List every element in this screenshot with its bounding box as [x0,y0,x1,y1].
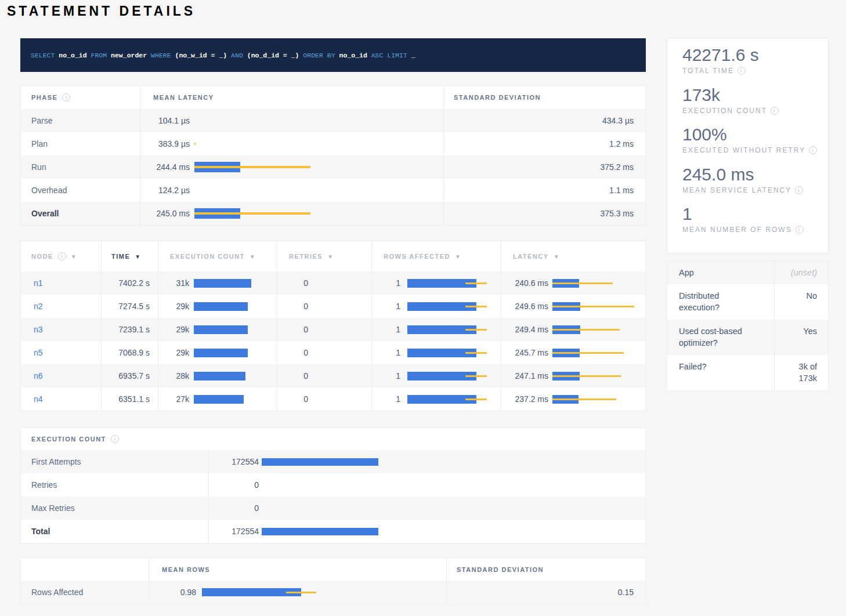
exec-value-cell: 172554 [208,450,645,473]
exec-label-cell: First Attempts [21,450,208,473]
exec-bar-canvas [262,450,645,473]
node-header-cell-retries[interactable]: RETRIES▼ [277,241,371,271]
node-time-value: 6935.7 s [118,371,150,381]
node-latency-bar-canvas [552,271,645,295]
exec-bar-canvas [262,473,645,497]
node-time-value: 7068.9 s [118,348,150,357]
summary-stat-label-text: MEAN NUMBER OF ROWS [682,224,792,235]
exec-row: Total172554 [21,520,645,543]
attribute-label-cell: App [667,261,774,284]
exec-row: Retries0 [21,473,645,497]
mean-latency-value: 104.1 µs [140,116,190,125]
node-link[interactable]: n3 [34,325,43,334]
phase-info-icon[interactable]: i [62,93,70,102]
node-rows-affected-value: 1 [372,371,400,381]
page-title: STATEMENT DETAILS [7,3,196,19]
phase-name: Plan [31,139,48,148]
summary-stat-label: TOTAL TIMEi [682,66,828,76]
mean-latency-cell: 124.2 µs [140,179,443,202]
node-exec-count-cell: 29k [158,295,277,318]
phase-name-cell: Plan [21,132,140,155]
std-deviation-value: 434.3 µs [602,116,634,125]
summary-info-icon[interactable]: i [795,186,803,194]
node-latency-bar-canvas [552,364,645,387]
node-header-label: TIME [111,253,130,260]
summary-info-icon[interactable]: i [771,107,779,115]
phase-name-cell: Parse [21,109,140,132]
node-header-cell-latency[interactable]: LATENCY▼ [501,241,645,271]
phase-row: Run244.4 ms375.2 ms [21,155,645,179]
node-time-cell: 7068.9 s [101,341,158,364]
attribute-label: Distributed execution? [679,290,755,313]
attribute-label: Used cost-based optimizer? [679,325,755,349]
summary-stats-card: 42271.6 sTOTAL TIMEi173kEXECUTION COUNTi… [667,38,829,254]
std-deviation-cell: 375.3 ms [443,202,645,225]
phase-name: Overhead [31,186,67,195]
stddev-whisker [465,398,486,400]
node-latency-cell: 249.6 ms [501,295,645,318]
mean-latency-cell: 383.9 µs [140,132,443,155]
node-link[interactable]: n2 [34,302,43,311]
node-exec-count-cell: 29k [158,318,277,341]
node-link[interactable]: n1 [34,278,43,288]
attribute-label-cell: Used cost-based optimizer? [667,320,774,355]
node-link[interactable]: n4 [34,394,43,404]
node-exec-count-bar-canvas [194,387,277,411]
node-retries-value: 0 [277,325,308,334]
exec-row: Max Retries0 [21,497,645,520]
summary-stat: 245.0 msMEAN SERVICE LATENCYi [682,164,828,204]
node-latency-value: 249.6 ms [501,302,548,311]
node-time-cell: 7402.2 s [101,271,158,295]
sql-token-keyword: FROM [87,52,107,59]
node-retries-value: 0 [277,302,308,311]
rows-affected-row: Rows Affected0.980.15 [21,581,645,604]
node-rows-affected-cell: 1 [371,318,501,341]
attribute-value: No [784,290,817,302]
rows-affected-label-cell: Rows Affected [21,581,149,604]
attribute-value-cell: 3k of 173k [774,355,828,390]
mean-rows-cell: 0.98 [149,581,446,604]
node-table-header: NODEi▼TIME▼EXECUTION COUNT▼RETRIES▼ROWS … [21,241,645,271]
summary-info-icon[interactable]: i [809,146,817,154]
node-latency-cell: 249.4 ms [501,318,645,341]
node-exec-count-value: 29k [158,302,189,311]
rows-std-deviation-header-label: STANDARD DEVIATION [457,566,544,573]
node-exec-count-value: 29k [158,348,189,357]
node-link[interactable]: n6 [34,371,43,381]
attribute-row: Used cost-based optimizer?Yes [667,320,828,355]
sql-token-ident: no_o_id [55,52,86,59]
mean-latency-header-label: MEAN LATENCY [153,94,214,101]
node-header-cell-rows-affected[interactable]: ROWS AFFECTED▼ [371,241,501,271]
node-header-cell-time[interactable]: TIME▼ [101,241,158,271]
node-id-cell: n5 [21,341,101,364]
stddev-whisker [552,306,634,307]
node-rows-affected-cell: 1 [371,271,501,295]
std-deviation-value: 1.2 ms [609,139,634,148]
std-deviation-header-cell: STANDARD DEVIATION [443,86,645,109]
node-rows-affected-cell: 1 [371,387,501,411]
attribute-value-cell: (unset) [774,261,828,284]
exec-value: 0 [209,503,259,513]
attribute-label-cell: Distributed execution? [667,284,774,320]
node-header-cell-node[interactable]: NODEi▼ [21,241,101,271]
node-header-cell-execution-count[interactable]: EXECUTION COUNT▼ [158,241,277,271]
mean-bar [194,395,244,404]
exec-info-icon[interactable]: i [111,435,119,443]
node-retries-value: 0 [277,348,308,357]
summary-info-icon[interactable]: i [796,226,804,234]
std-deviation-cell: 434.3 µs [443,109,645,132]
exec-value-cell: 0 [208,473,645,497]
node-exec-count-value: 27k [158,394,189,404]
stddev-whisker [465,375,486,377]
summary-info-icon[interactable]: i [737,67,746,75]
node-info-icon[interactable]: i [58,252,66,260]
node-latency-value: 247.1 ms [501,371,548,381]
rows-std-deviation-value: 0.15 [618,588,634,597]
node-time-value: 7274.5 s [118,302,150,311]
sort-arrow-icon: ▼ [71,253,77,260]
node-rows-affected-value: 1 [372,278,400,288]
node-retries-cell: 0 [277,387,371,411]
node-retries-cell: 0 [277,318,371,341]
node-rows-affected-value: 1 [372,394,400,404]
node-link[interactable]: n5 [34,348,43,357]
